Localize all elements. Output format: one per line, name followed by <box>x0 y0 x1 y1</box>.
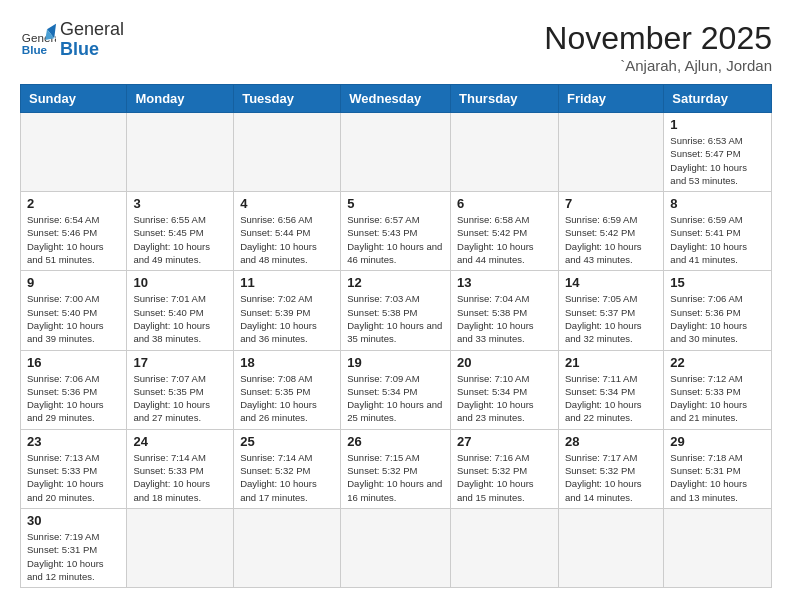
empty-cell <box>451 508 559 587</box>
col-monday: Monday <box>127 85 234 113</box>
logo-general: General <box>60 19 124 39</box>
col-saturday: Saturday <box>664 85 772 113</box>
col-wednesday: Wednesday <box>341 85 451 113</box>
day-10: 10 Sunrise: 7:01 AMSunset: 5:40 PMDaylig… <box>127 271 234 350</box>
empty-cell <box>451 113 559 192</box>
day-17: 17 Sunrise: 7:07 AMSunset: 5:35 PMDaylig… <box>127 350 234 429</box>
logo: General Blue General Blue <box>20 20 124 60</box>
day-21: 21 Sunrise: 7:11 AMSunset: 5:34 PMDaylig… <box>558 350 663 429</box>
day-12: 12 Sunrise: 7:03 AMSunset: 5:38 PMDaylig… <box>341 271 451 350</box>
svg-text:Blue: Blue <box>22 42 48 55</box>
day-7: 7 Sunrise: 6:59 AMSunset: 5:42 PMDayligh… <box>558 192 663 271</box>
day-8: 8 Sunrise: 6:59 AMSunset: 5:41 PMDayligh… <box>664 192 772 271</box>
day-3: 3 Sunrise: 6:55 AMSunset: 5:45 PMDayligh… <box>127 192 234 271</box>
title-block: November 2025 `Anjarah, Ajlun, Jordan <box>544 20 772 74</box>
table-row: 30 Sunrise: 7:19 AMSunset: 5:31 PMDaylig… <box>21 508 772 587</box>
day-1: 1 Sunrise: 6:53 AMSunset: 5:47 PMDayligh… <box>664 113 772 192</box>
calendar-table: Sunday Monday Tuesday Wednesday Thursday… <box>20 84 772 588</box>
day-20: 20 Sunrise: 7:10 AMSunset: 5:34 PMDaylig… <box>451 350 559 429</box>
empty-cell <box>21 113 127 192</box>
day-18: 18 Sunrise: 7:08 AMSunset: 5:35 PMDaylig… <box>234 350 341 429</box>
empty-cell <box>558 508 663 587</box>
month-year: November 2025 <box>544 20 772 57</box>
empty-cell <box>341 508 451 587</box>
table-row: 1 Sunrise: 6:53 AMSunset: 5:47 PMDayligh… <box>21 113 772 192</box>
logo-icon: General Blue <box>20 22 56 58</box>
day-9: 9 Sunrise: 7:00 AMSunset: 5:40 PMDayligh… <box>21 271 127 350</box>
table-row: 16 Sunrise: 7:06 AMSunset: 5:36 PMDaylig… <box>21 350 772 429</box>
empty-cell <box>234 113 341 192</box>
col-friday: Friday <box>558 85 663 113</box>
col-thursday: Thursday <box>451 85 559 113</box>
empty-cell <box>341 113 451 192</box>
day-23: 23 Sunrise: 7:13 AMSunset: 5:33 PMDaylig… <box>21 429 127 508</box>
day-30: 30 Sunrise: 7:19 AMSunset: 5:31 PMDaylig… <box>21 508 127 587</box>
day-25: 25 Sunrise: 7:14 AMSunset: 5:32 PMDaylig… <box>234 429 341 508</box>
day-6: 6 Sunrise: 6:58 AMSunset: 5:42 PMDayligh… <box>451 192 559 271</box>
day-16: 16 Sunrise: 7:06 AMSunset: 5:36 PMDaylig… <box>21 350 127 429</box>
logo-blue: Blue <box>60 39 99 59</box>
table-row: 23 Sunrise: 7:13 AMSunset: 5:33 PMDaylig… <box>21 429 772 508</box>
col-sunday: Sunday <box>21 85 127 113</box>
day-29: 29 Sunrise: 7:18 AMSunset: 5:31 PMDaylig… <box>664 429 772 508</box>
day-27: 27 Sunrise: 7:16 AMSunset: 5:32 PMDaylig… <box>451 429 559 508</box>
day-2: 2 Sunrise: 6:54 AMSunset: 5:46 PMDayligh… <box>21 192 127 271</box>
day-24: 24 Sunrise: 7:14 AMSunset: 5:33 PMDaylig… <box>127 429 234 508</box>
empty-cell <box>234 508 341 587</box>
empty-cell <box>127 508 234 587</box>
table-row: 9 Sunrise: 7:00 AMSunset: 5:40 PMDayligh… <box>21 271 772 350</box>
col-tuesday: Tuesday <box>234 85 341 113</box>
day-4: 4 Sunrise: 6:56 AMSunset: 5:44 PMDayligh… <box>234 192 341 271</box>
table-row: 2 Sunrise: 6:54 AMSunset: 5:46 PMDayligh… <box>21 192 772 271</box>
day-15: 15 Sunrise: 7:06 AMSunset: 5:36 PMDaylig… <box>664 271 772 350</box>
day-14: 14 Sunrise: 7:05 AMSunset: 5:37 PMDaylig… <box>558 271 663 350</box>
day-5: 5 Sunrise: 6:57 AMSunset: 5:43 PMDayligh… <box>341 192 451 271</box>
empty-cell <box>558 113 663 192</box>
day-22: 22 Sunrise: 7:12 AMSunset: 5:33 PMDaylig… <box>664 350 772 429</box>
day-11: 11 Sunrise: 7:02 AMSunset: 5:39 PMDaylig… <box>234 271 341 350</box>
day-19: 19 Sunrise: 7:09 AMSunset: 5:34 PMDaylig… <box>341 350 451 429</box>
empty-cell <box>127 113 234 192</box>
page-header: General Blue General Blue November 2025 … <box>20 20 772 74</box>
empty-cell <box>664 508 772 587</box>
day-13: 13 Sunrise: 7:04 AMSunset: 5:38 PMDaylig… <box>451 271 559 350</box>
location: `Anjarah, Ajlun, Jordan <box>544 57 772 74</box>
day-28: 28 Sunrise: 7:17 AMSunset: 5:32 PMDaylig… <box>558 429 663 508</box>
day-26: 26 Sunrise: 7:15 AMSunset: 5:32 PMDaylig… <box>341 429 451 508</box>
